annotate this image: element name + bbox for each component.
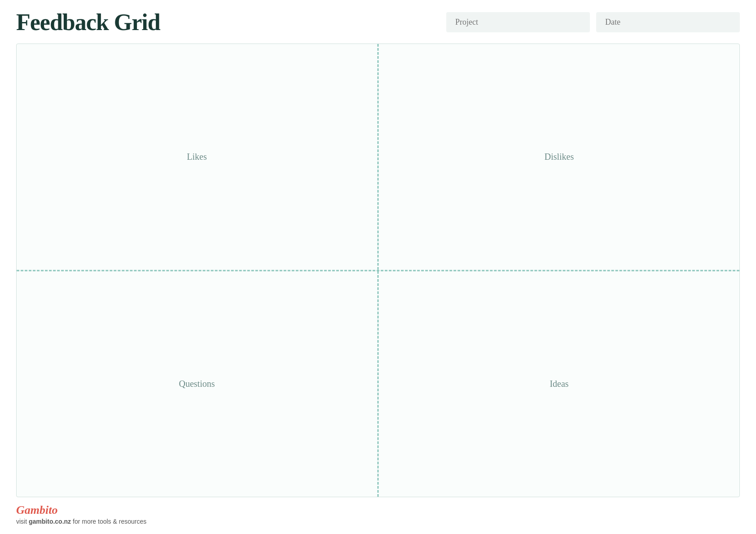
tagline-link: gambito.co.nz — [29, 518, 71, 525]
tagline-pre: visit — [16, 518, 29, 525]
likes-label: Likes — [187, 152, 207, 162]
footer-tagline: visit gambito.co.nz for more tools & res… — [16, 518, 740, 525]
quadrant-ideas: Ideas — [379, 271, 739, 497]
horizontal-divider — [17, 270, 739, 271]
footer: Gambito visit gambito.co.nz for more too… — [16, 503, 740, 525]
ideas-label: Ideas — [549, 379, 568, 389]
tagline-post: for more tools & resources — [71, 518, 146, 525]
project-input[interactable] — [446, 12, 590, 32]
feedback-grid: Likes Dislikes Questions Ideas — [16, 44, 740, 497]
questions-label: Questions — [179, 379, 215, 389]
quadrant-questions: Questions — [17, 271, 377, 497]
brand-name: Gambito — [16, 503, 740, 517]
page-header: Feedback Grid — [16, 9, 740, 35]
quadrant-dislikes: Dislikes — [379, 44, 739, 270]
header-inputs — [446, 12, 740, 32]
date-input[interactable] — [596, 12, 740, 32]
dislikes-label: Dislikes — [545, 152, 574, 162]
quadrant-likes: Likes — [17, 44, 377, 270]
page-title: Feedback Grid — [16, 9, 160, 35]
